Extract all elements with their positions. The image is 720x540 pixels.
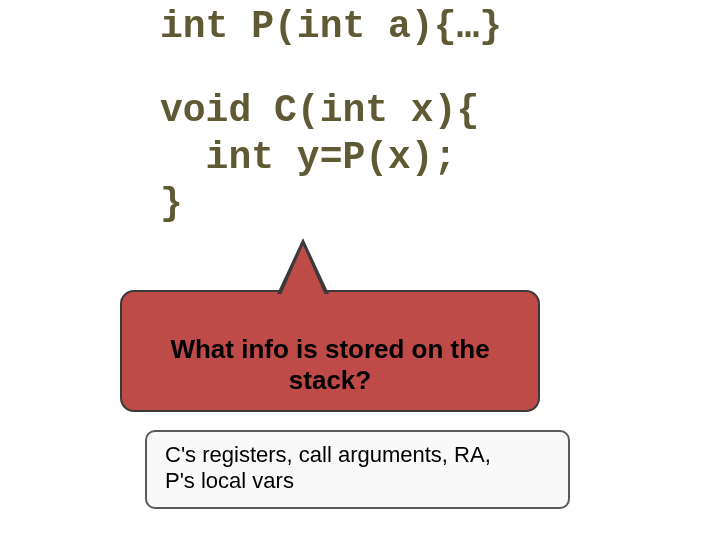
code-line-1: int P(int a){…} <box>160 4 502 50</box>
question-text: What info is stored on the stack? <box>170 334 489 395</box>
answer-line-1: C's registers, call arguments, RA, <box>165 442 550 468</box>
question-callout: What info is stored on the stack? <box>120 290 540 412</box>
speech-bubble: What info is stored on the stack? <box>120 290 540 412</box>
code-blank-line <box>160 50 502 88</box>
answer-line-2: P's local vars <box>165 468 550 494</box>
code-line-5: } <box>160 181 502 227</box>
answer-box: C's registers, call arguments, RA, P's l… <box>145 430 570 509</box>
code-line-4: int y=P(x); <box>160 135 502 181</box>
code-block: int P(int a){…} void C(int x){ int y=P(x… <box>160 4 502 227</box>
bubble-tail-fill <box>281 245 325 295</box>
code-line-3: void C(int x){ <box>160 88 502 134</box>
